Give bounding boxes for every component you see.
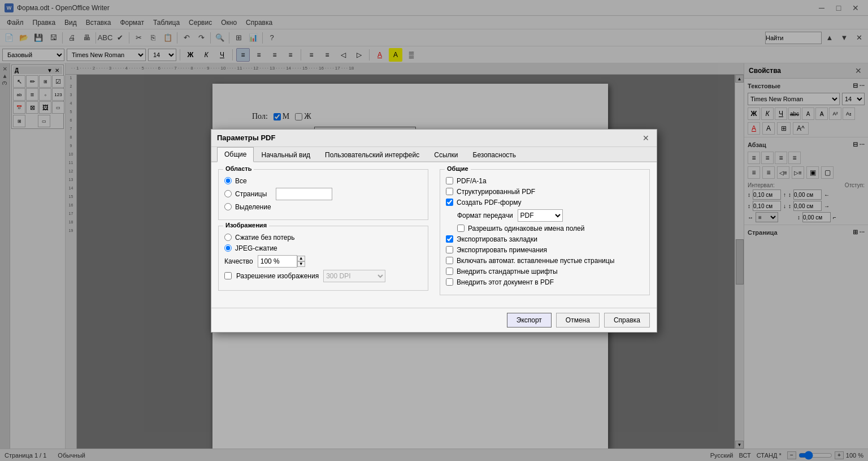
format-label: Формат передачи: [457, 212, 513, 219]
form-checkbox[interactable]: [446, 199, 453, 206]
pdfa-checkbox[interactable]: [446, 177, 453, 184]
format-select[interactable]: PDF: [518, 209, 563, 222]
radio-jpeg-label: JPEG-сжатие: [235, 244, 277, 252]
pdf-dialog: Параметры PDF ✕ Общие Начальный вид Поль…: [211, 129, 657, 333]
structured-label: Структурированный PDF: [457, 188, 535, 196]
dialog-titlebar: Параметры PDF ✕: [211, 130, 657, 147]
bookmarks-label: Экспортировать закладки: [457, 235, 537, 243]
dialog-title-text: Параметры PDF: [217, 133, 275, 142]
fieldnames-checkbox[interactable]: [457, 225, 465, 232]
cancel-button[interactable]: Отмена: [556, 313, 600, 328]
embeddoc-label: Внедрить этот документ в PDF: [457, 278, 554, 286]
quality-row: Качество ▲ ▼: [224, 255, 422, 268]
quality-label: Качество: [224, 257, 253, 265]
radio-all-label: Все: [235, 177, 247, 185]
radio-selection-input[interactable]: [224, 203, 232, 210]
structured-checkbox[interactable]: [446, 188, 453, 195]
pdf-dialog-overlay: Параметры PDF ✕ Общие Начальный вид Поль…: [0, 0, 868, 461]
notes-label: Экспортировать примечания: [457, 246, 547, 254]
radio-lossless: Сжатие без потерь: [224, 234, 422, 242]
tab-general[interactable]: Общие: [217, 147, 254, 162]
tab-initial-view[interactable]: Начальный вид: [254, 147, 318, 162]
blankpages-checkbox[interactable]: [446, 257, 453, 264]
radio-selection: Выделение: [224, 203, 422, 211]
check-structured: Структурированный PDF: [446, 188, 644, 196]
dialog-footer: Экспорт Отмена Справка: [211, 308, 657, 332]
general-group-title: Общие: [445, 165, 471, 172]
check-blankpages: Включать автомат. вставленные пустые стр…: [446, 257, 644, 265]
dialog-body: Область Все Страницы Выделение: [211, 162, 657, 308]
pdfa-label: PDF/A-1a: [457, 177, 487, 185]
embedfonts-label: Внедрить стандартные шрифты: [457, 268, 558, 275]
radio-selection-label: Выделение: [235, 203, 271, 211]
dpi-select[interactable]: 300 DPI: [323, 270, 385, 282]
embeddoc-checkbox[interactable]: [446, 278, 453, 286]
blankpages-label: Включать автомат. вставленные пустые стр…: [457, 257, 614, 265]
resolution-label: Разрешение изображения: [236, 272, 319, 280]
tab-ui[interactable]: Пользовательский интерфейс: [318, 147, 427, 162]
pages-range-input[interactable]: [276, 188, 332, 200]
general-group: Общие PDF/A-1a Структурированный PDF Соз…: [440, 169, 650, 295]
tab-links[interactable]: Ссылки: [427, 147, 465, 162]
check-pdfa: PDF/A-1a: [446, 177, 644, 185]
radio-all: Все: [224, 177, 422, 185]
quality-up-button[interactable]: ▲: [297, 256, 305, 261]
images-group-title: Изображения: [223, 222, 269, 229]
radio-pages-input[interactable]: [224, 190, 232, 197]
dialog-left-col: Область Все Страницы Выделение: [218, 169, 428, 301]
fieldnames-label: Разрешить одинаковые имена полей: [468, 225, 584, 232]
check-embeddoc: Внедрить этот документ в PDF: [446, 278, 644, 286]
check-form: Создать PDF-форму: [446, 199, 644, 206]
dialog-right-col: Общие PDF/A-1a Структурированный PDF Соз…: [440, 169, 650, 301]
dialog-tabs: Общие Начальный вид Пользовательский инт…: [211, 147, 657, 162]
export-button[interactable]: Экспорт: [507, 313, 552, 328]
quality-down-button[interactable]: ▼: [297, 261, 305, 267]
radio-pages: Страницы: [224, 188, 422, 200]
bookmarks-checkbox[interactable]: [446, 235, 453, 243]
radio-jpeg-input[interactable]: [224, 244, 232, 252]
resolution-check[interactable]: [224, 272, 232, 279]
check-fieldnames: Разрешить одинаковые имена полей: [457, 225, 644, 232]
radio-pages-label: Страницы: [235, 190, 267, 198]
quality-input[interactable]: [258, 255, 297, 268]
tab-security[interactable]: Безопасность: [466, 147, 524, 162]
form-label: Создать PDF-форму: [457, 199, 522, 206]
resolution-row: Разрешение изображения 300 DPI: [224, 270, 422, 282]
embedfonts-checkbox[interactable]: [446, 268, 453, 275]
dialog-close-button[interactable]: ✕: [641, 133, 651, 143]
quality-spin: ▲ ▼: [297, 256, 305, 267]
check-embedfonts: Внедрить стандартные шрифты: [446, 268, 644, 275]
help-button[interactable]: Справка: [604, 313, 650, 328]
radio-all-input[interactable]: [224, 177, 232, 184]
images-group: Изображения Сжатие без потерь JPEG-сжати…: [218, 226, 428, 291]
check-notes: Экспортировать примечания: [446, 246, 644, 254]
radio-lossless-label: Сжатие без потерь: [235, 234, 294, 242]
radio-lossless-input[interactable]: [224, 234, 232, 241]
check-bookmarks: Экспортировать закладки: [446, 235, 644, 243]
notes-checkbox[interactable]: [446, 246, 453, 253]
format-row: Формат передачи PDF: [457, 209, 644, 222]
radio-jpeg: JPEG-сжатие: [224, 244, 422, 252]
area-group-title: Область: [223, 165, 254, 172]
quality-input-group: ▲ ▼: [258, 255, 305, 268]
area-group: Область Все Страницы Выделение: [218, 169, 428, 220]
